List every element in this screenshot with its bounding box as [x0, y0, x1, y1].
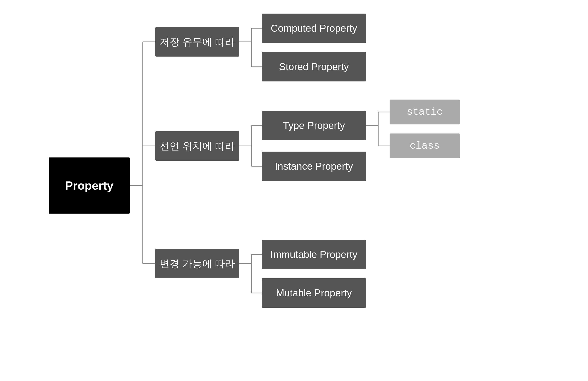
- diagram-container: Property 저장 유무에 따라 선언 위치에 따라 변경 가능에 따라 C…: [0, 0, 588, 381]
- mid-storage-box: 저장 유무에 따라: [155, 27, 239, 57]
- stored-property-box: Stored Property: [262, 52, 366, 81]
- mid-location-box: 선언 위치에 따라: [155, 131, 239, 161]
- type-property-box: Type Property: [262, 111, 366, 140]
- static-keyword-box: static: [390, 99, 460, 124]
- mid-mutability-box: 변경 가능에 따라: [155, 249, 239, 278]
- computed-property-box: Computed Property: [262, 14, 366, 43]
- root-property-box: Property: [49, 157, 130, 214]
- instance-property-box: Instance Property: [262, 152, 366, 181]
- mutable-property-box: Mutable Property: [262, 278, 366, 308]
- class-keyword-box: class: [390, 133, 460, 158]
- immutable-property-box: Immutable Property: [262, 240, 366, 269]
